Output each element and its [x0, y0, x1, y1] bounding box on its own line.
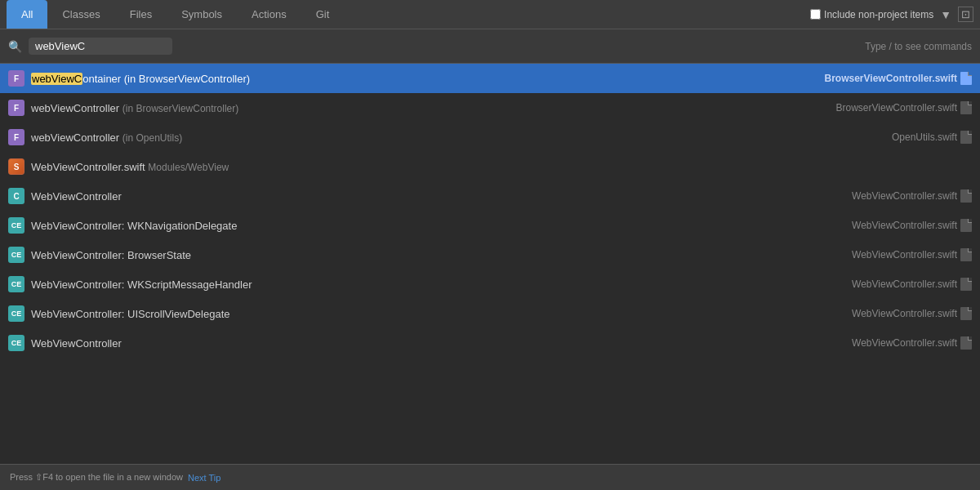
tab-actions[interactable]: Actions [237, 0, 301, 29]
result-name: WebViewController: WKScriptMessageHandle… [31, 278, 844, 291]
results-list: F webViewContainer (in BrowserViewContro… [0, 64, 980, 464]
file-icon [960, 131, 972, 144]
result-icon-ce-teal: CE [8, 217, 24, 234]
file-icon [960, 219, 972, 232]
result-file: OpenUtils.swift [892, 131, 957, 143]
file-icon [960, 189, 972, 203]
result-icon-f-purple: F [8, 100, 24, 116]
result-icon-ce-teal: CE [8, 247, 24, 263]
result-name: WebViewController.swift Modules/WebView [31, 161, 964, 173]
include-non-project-input[interactable] [810, 9, 821, 20]
filter-icon[interactable]: ▼ [940, 8, 951, 21]
file-icon [960, 101, 972, 114]
table-row[interactable]: F webViewController (in BrowserViewContr… [0, 93, 980, 122]
result-icon-f-purple: F [8, 70, 24, 87]
table-row[interactable]: CE WebViewController: UIScrollViewDelega… [0, 299, 980, 328]
file-icon [960, 307, 972, 320]
result-icon-s-orange: S [8, 158, 24, 175]
result-icon-ce-teal: CE [8, 335, 24, 351]
tab-all[interactable]: All [7, 0, 47, 29]
result-name: WebViewController [31, 337, 844, 350]
result-file: WebViewController.swift [852, 337, 957, 349]
include-non-project-checkbox[interactable]: Include non-project items [810, 9, 933, 20]
window-icon[interactable]: ⊡ [958, 7, 973, 22]
file-icon [960, 72, 972, 85]
result-file: BrowserViewController.swift [825, 73, 958, 84]
table-row[interactable]: F webViewContainer (in BrowserViewContro… [0, 64, 980, 93]
result-name: WebViewController: WKNavigationDelegate [31, 220, 844, 232]
result-icon-ce-teal: CE [8, 305, 24, 322]
next-tip-button[interactable]: Next Tip [188, 473, 220, 483]
shortcut-hint: Press ⇧F4 to open the file in a new wind… [10, 472, 183, 483]
search-input[interactable] [35, 40, 166, 52]
tab-classes[interactable]: Classes [47, 0, 114, 29]
file-icon [960, 336, 972, 350]
result-name: WebViewController [31, 190, 844, 203]
table-row[interactable]: S WebViewController.swift Modules/WebVie… [0, 152, 980, 181]
result-icon-c-teal: C [8, 188, 24, 204]
table-row[interactable]: C WebViewController WebViewController.sw… [0, 181, 980, 211]
result-file: BrowserViewController.swift [836, 102, 958, 114]
status-bar: Press ⇧F4 to open the file in a new wind… [0, 464, 980, 490]
tab-symbols[interactable]: Symbols [167, 0, 237, 29]
tab-files[interactable]: Files [115, 0, 167, 29]
result-name: webViewController (in BrowserViewControl… [31, 102, 828, 114]
result-name: WebViewController: BrowserState [31, 249, 844, 261]
result-icon-ce-teal: CE [8, 276, 24, 292]
highlight-text: webViewC [31, 73, 82, 85]
table-row[interactable]: CE WebViewController: BrowserState WebVi… [0, 240, 980, 270]
search-bar: 🔍 Type / to see commands [0, 29, 980, 64]
tab-git[interactable]: Git [301, 0, 345, 29]
result-icon-f-purple: F [8, 129, 24, 145]
result-name: webViewContainer (in BrowserViewControll… [31, 73, 817, 85]
tab-bar: All Classes Files Symbols Actions Git In… [0, 0, 980, 29]
file-icon [960, 248, 972, 261]
result-file: WebViewController.swift [852, 278, 957, 290]
main-container: All Classes Files Symbols Actions Git In… [0, 0, 980, 490]
tab-options: Include non-project items ▼ ⊡ [810, 7, 973, 22]
search-hint: Type / to see commands [865, 41, 972, 52]
search-icon: 🔍 [8, 40, 22, 53]
result-file: WebViewController.swift [852, 308, 957, 319]
table-row[interactable]: CE WebViewController: WKScriptMessageHan… [0, 270, 980, 299]
result-file: WebViewController.swift [852, 220, 957, 231]
table-row[interactable]: CE WebViewController: WKNavigationDelega… [0, 211, 980, 240]
result-name: WebViewController: UIScrollViewDelegate [31, 308, 844, 320]
file-icon [960, 278, 972, 291]
result-name: webViewController (in OpenUtils) [31, 131, 884, 144]
result-file: WebViewController.swift [852, 190, 957, 202]
table-row[interactable]: CE WebViewController WebViewController.s… [0, 328, 980, 358]
content-area: F webViewContainer (in BrowserViewContro… [0, 64, 980, 464]
table-row[interactable]: F webViewController (in OpenUtils) OpenU… [0, 122, 980, 152]
result-file: WebViewController.swift [852, 249, 957, 261]
search-input-container[interactable] [29, 38, 172, 55]
